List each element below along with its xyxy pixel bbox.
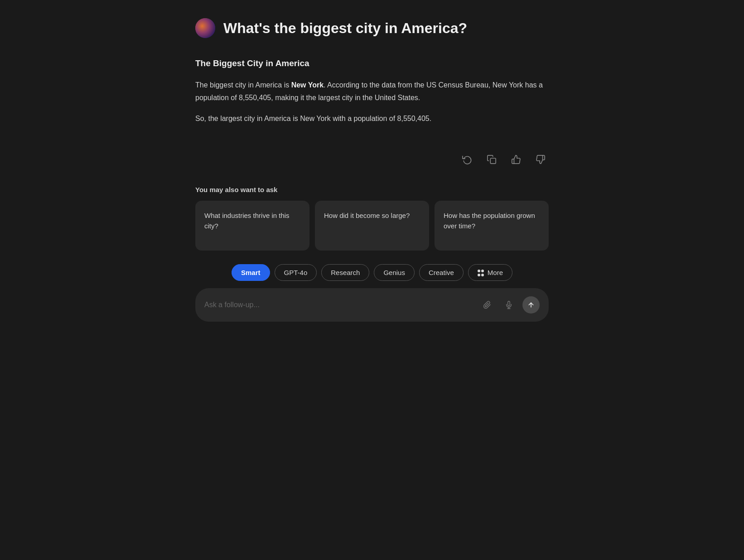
model-btn-creative[interactable]: Creative xyxy=(419,264,464,281)
input-bar xyxy=(195,288,549,322)
microphone-button[interactable] xyxy=(501,297,517,313)
model-selector: Smart GPT-4o Research Genius Creative Mo… xyxy=(195,264,549,281)
related-card-1[interactable]: How did it become so large? xyxy=(315,201,429,251)
answer-heading: The Biggest City in America xyxy=(195,56,549,71)
thumbs-up-icon xyxy=(511,154,521,164)
related-card-text-1: How did it become so large? xyxy=(324,212,410,219)
svg-rect-0 xyxy=(490,159,496,164)
model-btn-gpt4o[interactable]: GPT-4o xyxy=(275,264,317,281)
avatar xyxy=(195,18,215,38)
thumbs-down-icon xyxy=(536,154,546,164)
copy-icon xyxy=(487,154,497,164)
answer-paragraph-2: So, the largest city in America is New Y… xyxy=(195,112,549,125)
regenerate-button[interactable] xyxy=(459,151,475,168)
paperclip-icon xyxy=(483,301,491,309)
copy-button[interactable] xyxy=(483,151,500,168)
related-heading: You may also want to ask xyxy=(195,186,549,193)
more-grid-icon xyxy=(478,270,485,277)
action-icons-row xyxy=(195,142,549,186)
thumbs-up-button[interactable] xyxy=(508,151,524,168)
related-card-0[interactable]: What industries thrive in this city? xyxy=(195,201,309,251)
page-container: What's the biggest city in America? The … xyxy=(168,0,576,335)
answer-bold: New York xyxy=(291,81,324,89)
model-btn-genius[interactable]: Genius xyxy=(374,264,415,281)
answer-text-before-bold: The biggest city in America is xyxy=(195,81,291,89)
related-section: You may also want to ask What industries… xyxy=(195,186,549,251)
model-btn-smart[interactable]: Smart xyxy=(232,264,270,281)
microphone-icon xyxy=(505,301,513,309)
send-button[interactable] xyxy=(522,296,540,314)
thumbs-down-button[interactable] xyxy=(532,151,549,168)
related-card-text-0: What industries thrive in this city? xyxy=(204,212,290,230)
model-btn-more[interactable]: More xyxy=(468,264,512,281)
model-btn-research[interactable]: Research xyxy=(321,264,369,281)
related-card-text-2: How has the population grown over time? xyxy=(444,212,535,230)
page-title: What's the biggest city in America? xyxy=(223,19,467,37)
answer-paragraph-1: The biggest city in America is New York.… xyxy=(195,79,549,104)
related-cards-grid: What industries thrive in this city? How… xyxy=(195,201,549,251)
more-label: More xyxy=(488,269,503,276)
header: What's the biggest city in America? xyxy=(195,18,549,38)
attach-button[interactable] xyxy=(479,297,495,313)
follow-up-input[interactable] xyxy=(204,301,473,309)
related-card-2[interactable]: How has the population grown over time? xyxy=(435,201,549,251)
send-arrow-icon xyxy=(527,301,535,309)
answer-section: The Biggest City in America The biggest … xyxy=(195,56,549,142)
regenerate-icon xyxy=(462,154,472,164)
